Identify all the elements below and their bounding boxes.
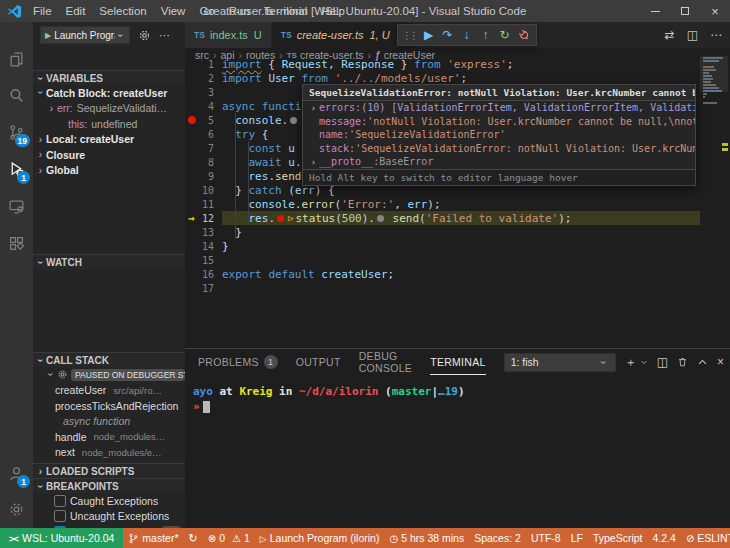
drag-handle-icon[interactable]: ⋮⋮ xyxy=(402,30,416,41)
variable-row[interactable]: this:undefined xyxy=(33,116,185,132)
status-eol[interactable]: LF xyxy=(566,532,588,544)
continue-icon[interactable]: ▶ xyxy=(419,28,438,42)
code-line[interactable]: 16export default createUser; xyxy=(185,267,700,281)
editor-gutter[interactable]: →12 xyxy=(185,211,222,225)
line-number[interactable]: 6 xyxy=(198,129,222,140)
tooltip-property-row[interactable]: ›__proto__: BaseError xyxy=(303,155,695,169)
callstack-frame[interactable]: async function xyxy=(33,414,185,430)
gear-icon[interactable] xyxy=(138,29,151,42)
variable-row[interactable]: ›Closure xyxy=(33,147,185,163)
menu-edit[interactable]: Edit xyxy=(59,0,93,22)
section-header-loaded-scripts[interactable]: ›LOADED SCRIPTS xyxy=(33,463,185,478)
current-line-arrow-icon[interactable]: → xyxy=(185,212,198,225)
terminal-input-line[interactable]: » xyxy=(193,399,730,414)
maximize-icon[interactable] xyxy=(670,0,700,22)
debug-session-row[interactable]: ›PAUSED ON DEBUGGER ST… xyxy=(33,367,185,383)
code-line[interactable]: 1import { Request, Response } from 'expr… xyxy=(185,57,700,71)
editor-gutter[interactable]: 8 xyxy=(185,155,222,169)
line-number[interactable]: 8 xyxy=(198,157,222,168)
status-timer[interactable]: ◷5 hrs 38 mins xyxy=(384,532,469,544)
line-number[interactable]: 16 xyxy=(198,269,222,280)
status-git-branch[interactable]: master* xyxy=(123,532,183,544)
breakpoint-checkbox[interactable] xyxy=(54,495,66,507)
extensions-icon[interactable] xyxy=(0,226,33,260)
source-control-icon[interactable]: 19 xyxy=(0,115,33,149)
editor-gutter[interactable]: 4 xyxy=(185,99,222,113)
callstack-frame[interactable]: nextnode_modules/e… xyxy=(33,445,185,461)
step-over-icon[interactable]: ↷ xyxy=(438,28,457,42)
tooltip-property-row[interactable]: ›errors: (10) [ValidationErrorItem, Vali… xyxy=(303,101,695,115)
code-line[interactable]: 13 } xyxy=(185,225,700,239)
more-actions-icon[interactable]: ⋯ xyxy=(710,28,722,42)
remote-indicator[interactable]: >< WSL: Ubuntu-20.04 xyxy=(0,528,123,548)
panel-tab-output[interactable]: OUTPUT xyxy=(296,349,341,375)
line-number[interactable]: 14 xyxy=(198,241,222,252)
kill-terminal-icon[interactable] xyxy=(677,356,688,368)
editor-gutter[interactable]: 10 xyxy=(185,183,222,197)
variable-row[interactable]: ›Catch Block: createUser xyxy=(33,85,185,101)
line-number[interactable]: 5 xyxy=(198,115,222,126)
tab-index-ts[interactable]: TS index.ts U xyxy=(185,22,271,48)
line-number[interactable]: 10 xyxy=(198,185,222,196)
settings-gear-icon[interactable] xyxy=(0,492,33,526)
editor-gutter[interactable]: 5 xyxy=(185,113,222,127)
breakpoint-row[interactable]: Caught Exceptions xyxy=(33,493,185,509)
line-number[interactable]: 1 xyxy=(198,59,222,70)
editor-gutter[interactable]: 9 xyxy=(185,169,222,183)
split-editor-icon[interactable]: ◫ xyxy=(687,28,698,42)
section-header-breakpoints[interactable]: ›BREAKPOINTS xyxy=(33,478,185,493)
accounts-icon[interactable]: 1 xyxy=(0,456,33,490)
new-terminal-icon[interactable]: ＋ xyxy=(625,354,637,371)
section-header-call-stack[interactable]: ›CALL STACK xyxy=(33,352,185,367)
panel-tab-problems[interactable]: PROBLEMS1 xyxy=(198,349,278,375)
status-sync[interactable]: ↻ xyxy=(184,532,203,545)
editor-gutter[interactable]: 7 xyxy=(185,141,222,155)
code-line[interactable]: →12 res.▷status(500). send('Failed to va… xyxy=(185,211,700,225)
restart-icon[interactable]: ↻ xyxy=(495,28,514,42)
line-number[interactable]: 7 xyxy=(198,143,222,154)
split-terminal-icon[interactable]: ◫ xyxy=(657,355,668,369)
status-problems[interactable]: ⊗0⚠1 xyxy=(203,532,255,544)
maximize-panel-icon[interactable] xyxy=(697,357,708,368)
code-line[interactable]: 2import User from '../../models/user'; xyxy=(185,71,700,85)
editor-gutter[interactable]: 1 xyxy=(185,57,222,71)
breakpoint-checkbox[interactable] xyxy=(54,510,66,522)
minimize-icon[interactable] xyxy=(640,0,670,22)
step-out-icon[interactable]: ↑ xyxy=(476,28,495,42)
more-actions-icon[interactable]: ⋯ xyxy=(159,29,170,42)
close-panel-icon[interactable]: × xyxy=(717,355,724,369)
line-number[interactable]: 9 xyxy=(198,171,222,182)
menu-selection[interactable]: Selection xyxy=(92,0,153,22)
line-number[interactable]: 4 xyxy=(198,101,222,112)
menu-view[interactable]: View xyxy=(154,0,193,22)
terminal-dropdown-chevron-icon[interactable] xyxy=(646,358,648,366)
line-number[interactable]: 2 xyxy=(198,73,222,84)
line-number[interactable]: 17 xyxy=(198,283,222,294)
status-indentation[interactable]: Spaces: 2 xyxy=(469,532,526,544)
menu-file[interactable]: File xyxy=(26,0,59,22)
panel-tab-debug-console[interactable]: DEBUG CONSOLE xyxy=(359,349,412,375)
close-icon[interactable]: × xyxy=(700,0,730,22)
line-number[interactable]: 12 xyxy=(198,213,222,224)
step-into-icon[interactable]: ↓ xyxy=(457,28,476,42)
open-changes-icon[interactable]: ⇄ xyxy=(665,28,675,42)
disconnect-icon[interactable] xyxy=(514,29,533,41)
status-ts-version[interactable]: 4.2.4 xyxy=(648,532,681,544)
editor-gutter[interactable]: 13 xyxy=(185,225,222,239)
line-number[interactable]: 3 xyxy=(198,87,222,98)
section-header-variables[interactable]: ›VARIABLES xyxy=(33,70,185,85)
code-line[interactable]: 15 xyxy=(185,253,700,267)
breakpoint-gutter-icon[interactable] xyxy=(185,116,198,124)
section-header-watch[interactable]: ›WATCH xyxy=(33,254,185,269)
editor-gutter[interactable]: 2 xyxy=(185,71,222,85)
line-number[interactable]: 15 xyxy=(198,255,222,266)
callstack-frame[interactable]: createUsersrc/api/ro… xyxy=(33,383,185,399)
explorer-icon[interactable] xyxy=(0,42,33,76)
code-line[interactable]: 17 xyxy=(185,281,700,295)
breakpoint-row[interactable]: Uncaught Exceptions xyxy=(33,509,185,525)
editor-gutter[interactable]: 15 xyxy=(185,253,222,267)
minimap[interactable] xyxy=(700,56,728,130)
launch-config-select[interactable]: ▶ Launch Progra › xyxy=(40,26,130,44)
status-debug-session[interactable]: ▷Launch Program (ilorin) xyxy=(255,532,385,544)
status-eslint[interactable]: ⊘ESLINT xyxy=(681,532,730,544)
